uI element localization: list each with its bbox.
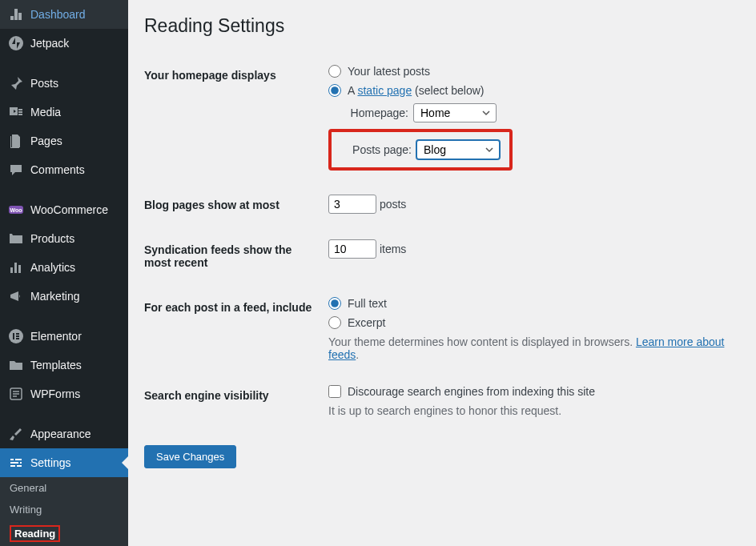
sidebar-label: Marketing	[30, 290, 79, 303]
sidebar-label: Dashboard	[30, 8, 86, 21]
static-prefix: A	[348, 84, 357, 97]
megaphone-icon	[8, 288, 24, 304]
submenu-reading-label: Reading	[10, 525, 60, 542]
sidebar-label: WooCommerce	[30, 203, 108, 216]
sidebar-item-jetpack[interactable]: Jetpack	[0, 29, 128, 58]
sidebar-label: Templates	[30, 359, 82, 371]
feed-description: Your theme determines how content is dis…	[328, 335, 732, 361]
homepage-select-row: Homepage: Home	[341, 103, 732, 122]
sidebar-item-wpforms[interactable]: WPForms	[0, 379, 128, 408]
sidebar-label: Jetpack	[30, 37, 69, 50]
dashboard-icon	[8, 6, 24, 22]
sidebar-item-marketing[interactable]: Marketing	[0, 282, 128, 311]
sidebar-item-comments[interactable]: Comments	[0, 155, 128, 184]
posts-page-select-label: Posts page:	[344, 143, 412, 156]
pin-icon	[8, 75, 24, 91]
sidebar-item-woocommerce[interactable]: Woo WooCommerce	[0, 195, 128, 224]
woo-icon: Woo	[8, 202, 24, 218]
save-changes-button[interactable]: Save Changes	[144, 445, 236, 468]
sidebar-item-pages[interactable]: Pages	[0, 126, 128, 155]
sidebar-label: WPForms	[30, 387, 80, 400]
sidebar-label: Settings	[30, 456, 71, 469]
sidebar-item-analytics[interactable]: Analytics	[0, 253, 128, 282]
sidebar-label: Comments	[30, 163, 85, 176]
posts-page-select-row: Posts page: Blog	[344, 140, 500, 159]
sidebar-label: Analytics	[30, 261, 75, 274]
radio-latest-posts-input[interactable]	[328, 65, 341, 78]
sidebar-label: Appearance	[30, 428, 91, 440]
radio-full-text-label: Full text	[348, 297, 387, 310]
submenu-reading[interactable]: Reading	[0, 520, 128, 546]
jetpack-icon	[8, 35, 24, 51]
sidebar-item-appearance[interactable]: Appearance	[0, 420, 128, 448]
sidebar-item-media[interactable]: Media	[0, 98, 128, 126]
sidebar-item-posts[interactable]: Posts	[0, 69, 128, 98]
radio-full-text-input[interactable]	[328, 297, 341, 310]
sidebar-label: Elementor	[30, 330, 82, 343]
search-visibility-label: Search engine visibility	[144, 373, 320, 429]
submenu-writing[interactable]: Writing	[0, 499, 128, 520]
posts-page-select[interactable]: Blog	[416, 140, 500, 159]
sidebar-item-templates[interactable]: Templates	[0, 351, 128, 379]
syndication-unit: items	[380, 243, 406, 255]
blog-pages-input[interactable]	[328, 195, 376, 214]
static-page-link[interactable]: static page	[357, 84, 412, 97]
form-icon	[8, 386, 24, 402]
static-suffix: (select below)	[412, 84, 484, 97]
media-icon	[8, 104, 24, 120]
feed-desc-suffix: .	[356, 348, 359, 361]
svg-text:Woo: Woo	[10, 207, 22, 213]
radio-excerpt-input[interactable]	[328, 316, 341, 329]
radio-latest-posts[interactable]: Your latest posts	[328, 65, 732, 78]
sidebar-label: Pages	[30, 134, 62, 147]
radio-static-page[interactable]: A static page (select below)	[328, 84, 732, 97]
comments-icon	[8, 162, 24, 178]
blog-pages-label: Blog pages show at most	[144, 183, 320, 227]
homepage-select[interactable]: Home	[413, 103, 497, 122]
radio-excerpt[interactable]: Excerpt	[328, 316, 732, 329]
radio-excerpt-label: Excerpt	[348, 316, 385, 329]
sidebar-item-settings[interactable]: Settings	[0, 448, 128, 477]
brush-icon	[8, 426, 24, 442]
products-icon	[8, 231, 24, 247]
syndication-input[interactable]	[328, 239, 376, 259]
page-title: Reading Settings	[144, 15, 740, 37]
sidebar-item-elementor[interactable]: Elementor	[0, 322, 128, 351]
elementor-icon	[8, 328, 24, 344]
radio-latest-posts-label: Your latest posts	[348, 65, 430, 78]
radio-full-text[interactable]: Full text	[328, 297, 732, 310]
settings-submenu: General Writing Reading Discussion	[0, 477, 128, 546]
blog-pages-unit: posts	[380, 198, 406, 211]
svg-point-0	[9, 36, 23, 50]
radio-static-page-label: A static page (select below)	[348, 84, 484, 97]
pages-icon	[8, 133, 24, 149]
sidebar-label: Media	[30, 106, 61, 118]
sidebar-label: Posts	[30, 77, 58, 90]
discourage-text: Discourage search engines from indexing …	[348, 385, 595, 398]
sidebar-label: Products	[30, 232, 74, 245]
search-desc: It is up to search engines to honor this…	[328, 404, 732, 417]
syndication-label: Syndication feeds show the most recent	[144, 227, 320, 285]
folder-icon	[8, 357, 24, 373]
submenu-general[interactable]: General	[0, 477, 128, 499]
sidebar-item-products[interactable]: Products	[0, 224, 128, 253]
radio-static-page-input[interactable]	[328, 84, 341, 97]
feed-include-label: For each post in a feed, include	[144, 285, 320, 373]
analytics-icon	[8, 259, 24, 275]
homepage-displays-label: Your homepage displays	[144, 53, 320, 183]
admin-sidebar: Dashboard Jetpack Posts Media Pages Comm…	[0, 0, 128, 546]
main-content: Reading Settings Your homepage displays …	[128, 0, 756, 546]
settings-form: Your homepage displays Your latest posts…	[144, 53, 740, 429]
homepage-select-label: Homepage:	[341, 106, 408, 119]
sidebar-item-dashboard[interactable]: Dashboard	[0, 0, 128, 29]
discourage-checkbox[interactable]	[328, 385, 341, 398]
sliders-icon	[8, 455, 24, 471]
posts-page-highlight: Posts page: Blog	[328, 129, 513, 171]
discourage-checkbox-label[interactable]: Discourage search engines from indexing …	[328, 385, 732, 398]
feed-desc-prefix: Your theme determines how content is dis…	[328, 335, 636, 348]
